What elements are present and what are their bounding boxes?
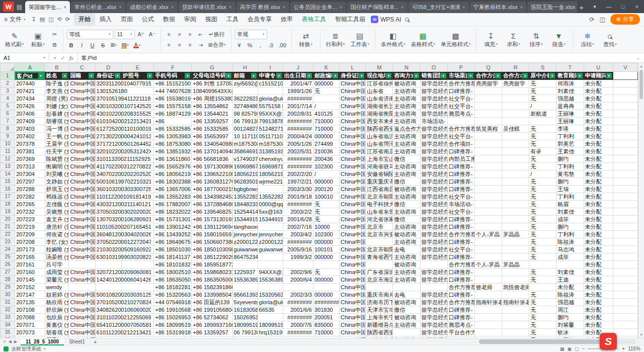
cell[interactable]: 口碑推荐- bbox=[447, 253, 474, 260]
cell[interactable]: 15254414 bbox=[232, 208, 258, 215]
cell[interactable]: 06 7991387 bbox=[232, 328, 258, 336]
cell[interactable] bbox=[474, 193, 502, 200]
file-tab[interactable]: 公务员国企业单...× bbox=[290, 2, 346, 13]
header-cell[interactable]: 邮箱▾ bbox=[232, 72, 258, 80]
cell[interactable] bbox=[258, 260, 283, 268]
column-header-H[interactable]: H bbox=[232, 63, 258, 72]
menu-item-formula[interactable]: 公式 bbox=[137, 14, 158, 25]
cell[interactable]: +86 18099519 bbox=[154, 321, 192, 328]
cell[interactable]: 留学总经办 bbox=[420, 170, 447, 178]
cell[interactable]: 未分配 bbox=[584, 170, 613, 178]
cooperate-icon[interactable]: ◫ bbox=[599, 16, 605, 23]
cell[interactable]: 207147 bbox=[15, 291, 45, 298]
cell[interactable]: +86 1506607386 bbox=[192, 238, 232, 245]
align-center-icon[interactable]: ≡ bbox=[175, 40, 184, 49]
cell[interactable] bbox=[366, 260, 393, 268]
cell[interactable]: China中国 bbox=[340, 313, 366, 321]
cell[interactable]: China中国 bbox=[69, 245, 95, 253]
cell[interactable]: 207052 bbox=[15, 336, 45, 338]
preview-icon[interactable]: ◫ bbox=[48, 16, 53, 23]
cell[interactable]: 湖南省衡阳 bbox=[366, 110, 393, 117]
cell[interactable]: 430102200208315525 bbox=[95, 110, 121, 117]
ribbon-decrease-decimal-button[interactable]: .0 bbox=[267, 41, 276, 50]
cell[interactable]: 1999/1/26 bbox=[283, 87, 313, 95]
cell[interactable]: 留学总经办 bbox=[420, 306, 447, 313]
cell[interactable]: 安徽省铜陵 bbox=[366, 170, 393, 178]
cell[interactable] bbox=[474, 147, 502, 155]
cell[interactable] bbox=[613, 79, 637, 87]
cell[interactable]: +86 15652976 bbox=[154, 162, 192, 170]
decrease-indent-icon[interactable]: ⇤ bbox=[196, 30, 205, 39]
cell[interactable] bbox=[474, 245, 502, 253]
cell[interactable]: 207409 bbox=[15, 117, 45, 125]
cell[interactable]: 留学总经办 bbox=[420, 79, 447, 87]
page-break-view-icon[interactable]: ▢ bbox=[575, 346, 579, 351]
row-header-31[interactable]: 31 bbox=[1, 298, 15, 306]
cell[interactable]: 未分配 bbox=[584, 200, 613, 208]
cell[interactable]: China中国 bbox=[69, 321, 95, 328]
header-cell[interactable]: 原中介机构▾ bbox=[529, 72, 556, 80]
cell[interactable]: wendy bbox=[45, 283, 69, 291]
cell[interactable]: China中国 bbox=[69, 313, 95, 321]
cell[interactable]: 710000 bbox=[313, 117, 339, 125]
cell[interactable]: 蒯玓 bbox=[556, 178, 584, 185]
cell[interactable]: 被动咨询 bbox=[393, 230, 420, 238]
cell[interactable]: +86 13439252 bbox=[154, 230, 192, 238]
cell[interactable]: 未分配 bbox=[584, 132, 613, 140]
cell[interactable]: 留学总经办 bbox=[420, 125, 447, 132]
cell[interactable]: 留学总经办 bbox=[420, 147, 447, 155]
cell[interactable] bbox=[313, 283, 339, 291]
cell[interactable]: China中国 bbox=[340, 147, 366, 155]
cell[interactable]: +86 17882007 bbox=[154, 200, 192, 208]
cell[interactable]: 未分配 bbox=[584, 140, 613, 147]
cell[interactable]: 207073 bbox=[15, 328, 45, 336]
cell[interactable]: 陕西省西安 bbox=[366, 125, 393, 132]
cell[interactable]: 98 8257986 bbox=[232, 110, 258, 117]
cell[interactable]: 207232 bbox=[15, 208, 45, 215]
cell[interactable]: 吴晓慧 (女 bbox=[45, 208, 69, 215]
cell[interactable]: 口碑推荐- bbox=[447, 185, 474, 193]
cell[interactable]: ######## bbox=[283, 95, 313, 102]
file-tab[interactable]: 高学历 教授.xlsx× bbox=[236, 2, 289, 13]
cell[interactable]: +86 15575158 bbox=[154, 102, 192, 110]
cell[interactable]: 吕可学 bbox=[45, 260, 69, 268]
cell[interactable]: 169698671 bbox=[232, 162, 258, 170]
cell[interactable] bbox=[613, 313, 637, 321]
scrollbar-thumb[interactable] bbox=[479, 339, 616, 344]
column-header-C[interactable]: C bbox=[69, 63, 95, 72]
cell[interactable]: 主动咨询 bbox=[393, 110, 420, 117]
cell[interactable]: 北京市海淀 bbox=[366, 276, 393, 283]
scroll-up-icon[interactable]: ▲ bbox=[638, 63, 644, 69]
cell[interactable]: +86 1573130169 bbox=[192, 215, 232, 223]
cell[interactable]: ######## bbox=[283, 238, 313, 245]
cell[interactable]: 710000 bbox=[313, 125, 339, 132]
cell[interactable]: 丁利利 bbox=[556, 193, 584, 200]
cell[interactable] bbox=[258, 223, 283, 230]
cell[interactable]: 留学总经办 bbox=[420, 268, 447, 276]
cell[interactable]: 000000 bbox=[313, 132, 339, 140]
cell[interactable]: +86 1343982452 bbox=[192, 193, 232, 200]
cell[interactable] bbox=[393, 283, 420, 291]
cell[interactable]: 1225937 bbox=[232, 268, 258, 276]
cell[interactable]: 未分配 bbox=[584, 162, 613, 170]
column-header-A[interactable]: A bbox=[15, 63, 45, 72]
wps-ai-button[interactable]: AI WPS AI bbox=[371, 16, 401, 23]
filter-icon[interactable]: ▾ bbox=[414, 73, 419, 78]
cell[interactable]: 5124827175 bbox=[258, 125, 283, 132]
cell[interactable]: 207265 bbox=[15, 200, 45, 208]
filter-icon[interactable]: ▾ bbox=[386, 73, 391, 78]
cell[interactable]: +86 1877000215 bbox=[192, 185, 232, 193]
filter-icon[interactable]: ▾ bbox=[306, 73, 312, 78]
cell[interactable] bbox=[613, 268, 637, 276]
cell[interactable] bbox=[502, 170, 529, 178]
formula-input[interactable]: 客户id bbox=[78, 54, 101, 62]
cell[interactable]: 000000 bbox=[313, 291, 339, 298]
cell[interactable]: +86 13901242 bbox=[154, 223, 192, 230]
cell[interactable]: 630103199903020823 bbox=[95, 253, 121, 260]
row-header-12[interactable]: 12 bbox=[1, 155, 15, 162]
cell[interactable]: 赵若婷 (女 bbox=[45, 291, 69, 298]
cell[interactable]: +86 1863505000 bbox=[192, 276, 232, 283]
cell[interactable]: China中国 bbox=[69, 238, 95, 245]
cell[interactable]: 被动咨询 bbox=[393, 313, 420, 321]
file-tab[interactable]: 成都公积金.xlsx× bbox=[126, 2, 178, 13]
